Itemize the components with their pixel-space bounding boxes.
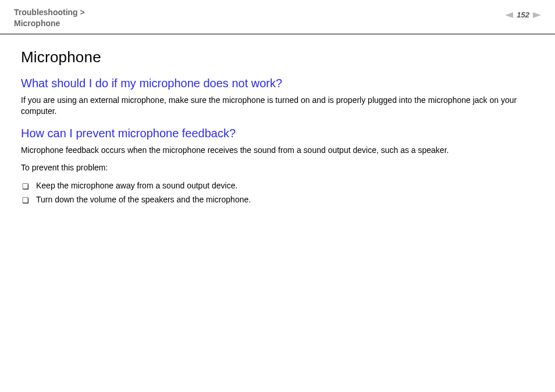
body-paragraph: If you are using an external microphone,… <box>21 95 534 117</box>
bullet-icon: ❏ <box>22 197 29 204</box>
page-content: Microphone What should I do if my microp… <box>0 34 555 207</box>
breadcrumb-line-1: Troubleshooting > <box>14 7 85 18</box>
section-heading: How can I prevent microphone feedback? <box>21 127 534 140</box>
page-title: Microphone <box>21 48 534 66</box>
document-page: Troubleshooting > Microphone 152 Microph… <box>0 0 555 392</box>
list-item: ❏ Turn down the volume of the speakers a… <box>21 193 534 207</box>
list-item: ❏ Keep the microphone away from a sound … <box>21 179 534 193</box>
list-item-text: Keep the microphone away from a sound ou… <box>36 179 237 193</box>
breadcrumb: Troubleshooting > Microphone <box>14 7 85 29</box>
list-item-text: Turn down the volume of the speakers and… <box>36 193 251 207</box>
page-header: Troubleshooting > Microphone 152 <box>0 0 555 34</box>
page-number: 152 <box>517 10 529 19</box>
breadcrumb-line-2: Microphone <box>14 18 85 29</box>
bullet-icon: ❏ <box>22 183 29 190</box>
next-page-arrow-icon[interactable] <box>533 12 541 18</box>
section-heading: What should I do if my microphone does n… <box>21 77 534 90</box>
page-navigation: 152 <box>505 7 541 19</box>
body-paragraph: To prevent this problem: <box>21 162 534 174</box>
bullet-list: ❏ Keep the microphone away from a sound … <box>21 179 534 207</box>
prev-page-arrow-icon[interactable] <box>505 12 513 18</box>
body-paragraph: Microphone feedback occurs when the micr… <box>21 145 534 156</box>
